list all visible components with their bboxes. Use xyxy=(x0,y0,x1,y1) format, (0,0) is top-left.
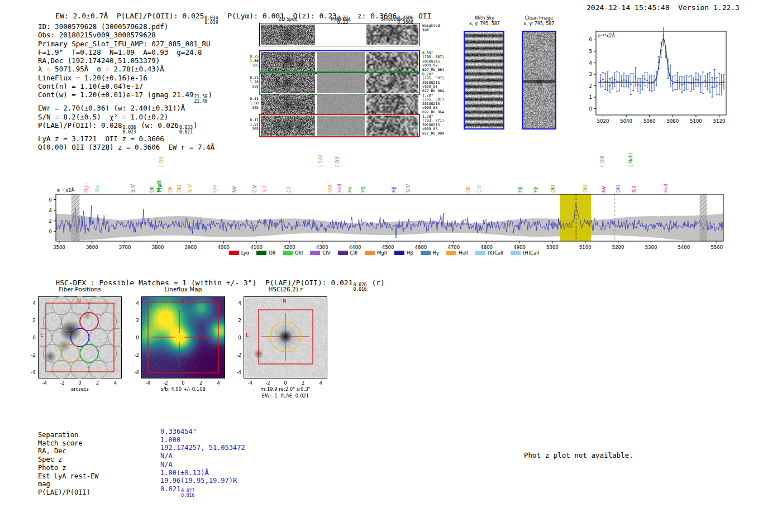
legend-swatch xyxy=(475,251,485,255)
spectral-line-marker: { SiIV xyxy=(318,155,323,167)
info-line: LineFlux = 1.20(±0.16)e-16 xyxy=(38,74,214,82)
y-tick-label: 2 xyxy=(131,318,139,323)
fiber-highlight-blue xyxy=(71,328,89,347)
match-value: N/A xyxy=(160,452,245,461)
hsc-dex-filter: (r) xyxy=(368,279,385,287)
legend-item: (H)CaII xyxy=(511,250,539,256)
x-tick-label: 4 xyxy=(213,380,224,386)
legend-item: Hγ xyxy=(421,250,439,256)
y-tick-label: 4 xyxy=(27,300,36,306)
spectral-line-marker: Lyα xyxy=(212,185,217,193)
x-tick-label: -4 xyxy=(245,380,256,386)
legend-swatch xyxy=(446,251,456,255)
svg-text:5120: 5120 xyxy=(713,118,726,124)
panel-fiber-overlay xyxy=(38,296,122,378)
spectral-line-marker: MgII xyxy=(95,183,100,193)
sup-sub-value: 21.5021.48 xyxy=(194,95,207,104)
legend-item: OII xyxy=(256,250,275,256)
x-axis-label: s/b: 4.00 +/- 0.108 xyxy=(136,386,231,392)
fiber-highlight-green xyxy=(80,344,98,363)
y-tick-label: 0 xyxy=(233,335,241,341)
line-fit-plot: 5020504050605080510051200123456e⁻¹⁷x2Å xyxy=(578,27,732,132)
svg-text:4700: 4700 xyxy=(447,245,460,250)
x-tick-label: -2 xyxy=(56,380,68,386)
spec2d-table: WeightedSum0.251.803850.69"(795, 587)201… xyxy=(246,22,480,142)
match-value: 1.00(±0.13)Å xyxy=(160,469,245,477)
spectral-line-marker: SiII xyxy=(632,186,637,193)
smoothed-strip-canvas xyxy=(366,73,418,93)
svg-text:5000: 5000 xyxy=(546,245,559,250)
clean-image-coords: x, y: 795, 587 xyxy=(518,21,560,26)
match-label: Match score xyxy=(38,439,98,448)
legend-swatch xyxy=(338,251,348,255)
y-tick-label: 0 xyxy=(27,335,36,341)
svg-text:4: 4 xyxy=(589,60,592,66)
legend-label: HeII xyxy=(459,250,468,256)
legend-label: MgII xyxy=(377,250,387,256)
svg-text:3: 3 xyxy=(589,71,592,77)
legend-label: CIV xyxy=(322,250,330,256)
spectral-line-marker: MgII xyxy=(156,180,162,193)
spectral-line-marker: NV xyxy=(602,186,607,193)
hsc-dex-line: HSC-DEX : Possible Matches = 1 (within +… xyxy=(38,270,385,300)
legend-swatch xyxy=(421,251,431,255)
smoothed-strip-canvas xyxy=(366,52,418,72)
pixel-flat-strip-canvas xyxy=(317,73,365,93)
spectral-line-marker: SiII xyxy=(263,186,268,193)
y-tick-label: -2 xyxy=(131,352,139,358)
svg-text:4000: 4000 xyxy=(217,245,230,250)
spectral-line-marker: Hβ xyxy=(518,186,523,193)
col-header-smoothed: Smoothed xyxy=(366,17,418,22)
info-line: F=1.9" T=0.128 N=1.09 A=0.93 g=24.8 xyxy=(38,48,214,56)
y-tick-label: 4 xyxy=(233,300,241,306)
svg-text:4300: 4300 xyxy=(316,245,328,250)
match-label: Est LyA rest-EW xyxy=(38,472,98,481)
spectral-line-marker: { OIII xyxy=(600,156,605,167)
with-sky-title: With Sky xyxy=(462,16,507,21)
svg-text:1: 1 xyxy=(589,94,592,100)
legend-swatch xyxy=(310,251,320,255)
legend-item: CIV xyxy=(310,250,330,256)
svg-text:0: 0 xyxy=(589,106,592,112)
legend-swatch xyxy=(511,251,521,255)
spectral-line-marker: NV xyxy=(232,186,237,193)
svg-text:4400: 4400 xyxy=(349,245,361,250)
fiber-positions-title: Fiber Positions xyxy=(38,286,122,293)
match-table-labels: SeparationMatch scoreRA, DecSpec zPhoto … xyxy=(38,431,98,497)
legend-label: Hγ xyxy=(433,250,439,256)
x-tick-label: 4 xyxy=(315,380,326,386)
pixel-flat-strip-canvas xyxy=(317,94,365,114)
hsc-dex-error-bounds: 0.0260.016 xyxy=(354,283,367,292)
svg-text:5: 5 xyxy=(589,49,592,54)
x-tick-label: 4 xyxy=(109,380,121,386)
legend-item: HeII xyxy=(446,250,468,256)
match-value: N/A xyxy=(160,461,245,469)
spec2d-row-left-labels: 0.131.88385 xyxy=(246,97,259,110)
col-header-2dspec: 2D Spec xyxy=(261,17,315,22)
svg-text:5300: 5300 xyxy=(645,245,657,250)
smoothed-strip-canvas xyxy=(366,25,418,45)
svg-text:3500: 3500 xyxy=(53,245,65,250)
info-line: P(LAE)/P(OII): 0.0280.0360.023 (w: 0.026… xyxy=(38,121,214,135)
svg-text:5060: 5060 xyxy=(643,118,656,124)
svg-text:4100: 4100 xyxy=(250,245,263,250)
y-tick-label: -4 xyxy=(131,370,139,375)
full-spectrum-svg: 3500360037003800390040004100420043004400… xyxy=(34,146,735,266)
legend-label: (K)CaII xyxy=(488,250,503,256)
legend-swatch xyxy=(283,251,293,255)
spectral-line-marker: HeII xyxy=(337,184,342,193)
match-label: P(LAE)/P(OII) xyxy=(38,488,98,497)
with-sky-coords: x, y: 795, 587 xyxy=(462,21,507,26)
spec2d-strip-canvas xyxy=(261,52,315,72)
svg-text:4: 4 xyxy=(49,208,52,213)
match-value: 192.174257, 51.053472 xyxy=(160,444,245,452)
spectral-line-marker: CII xyxy=(287,187,292,193)
svg-text:3600: 3600 xyxy=(86,245,98,250)
compass-north: N xyxy=(77,298,81,304)
match-label: Photo z xyxy=(38,464,98,472)
panel-hsc-overlay xyxy=(244,296,327,378)
spectral-line-marker: { OII xyxy=(159,157,164,167)
y-tick-label: 0 xyxy=(131,335,139,341)
clean-image-canvas xyxy=(523,32,555,128)
info-line: Cont(w) = 1.20(±0.01)e-17 (gmag 21.4921.… xyxy=(38,90,214,104)
